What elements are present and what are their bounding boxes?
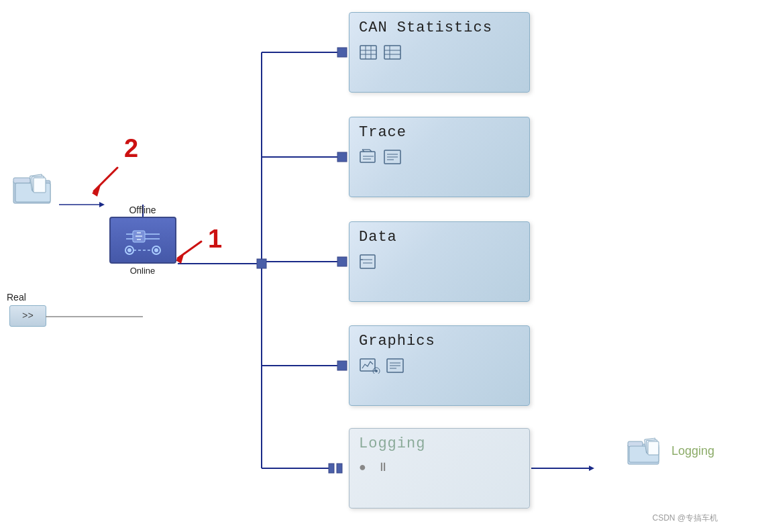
svg-line-21 [94,168,117,191]
module-can-statistics[interactable]: CAN Statistics [349,12,530,93]
offline-label: Offline [129,205,156,215]
svg-marker-18 [589,466,594,471]
module-title-can-statistics: CAN Statistics [359,19,520,36]
module-logging[interactable]: Logging ● ⏸ [349,428,530,509]
module-icons-can-statistics [359,44,520,60]
svg-rect-41 [360,46,376,59]
svg-rect-60 [360,255,375,268]
folder-icon [12,171,56,205]
svg-rect-50 [360,152,375,162]
module-title-logging: Logging [359,435,520,452]
svg-rect-64 [360,359,375,371]
online-label: Online [130,266,156,276]
module-icons-trace [359,149,520,165]
svg-rect-10 [337,257,347,266]
svg-rect-13 [337,464,342,473]
module-graphics[interactable]: Graphics [349,325,530,406]
real-label: Real [7,292,26,303]
svg-line-19 [178,242,201,258]
svg-point-30 [127,248,131,252]
svg-point-66 [375,370,378,372]
module-title-graphics: Graphics [359,333,520,350]
annotation-1: 1 [208,225,222,254]
module-trace[interactable]: Trace [349,117,530,197]
svg-rect-7 [337,48,347,57]
module-title-trace: Trace [359,124,520,141]
svg-rect-28 [34,178,46,193]
svg-rect-9 [257,259,266,268]
offline-online-block[interactable]: Offline Online [104,205,181,276]
svg-rect-76 [648,441,659,455]
switch-box[interactable] [109,217,176,264]
svg-rect-8 [337,152,347,162]
svg-rect-24 [13,178,30,183]
annotation-2: 2 [124,134,138,163]
module-icons-data [359,254,520,270]
logging-right-label: Logging [671,444,714,458]
module-title-data: Data [359,229,520,246]
svg-rect-11 [337,361,347,370]
svg-rect-12 [329,464,334,473]
module-icons-logging: ● ⏸ [359,460,520,474]
svg-rect-46 [384,46,400,59]
svg-marker-22 [92,185,101,197]
svg-point-32 [154,248,158,252]
module-data[interactable]: Data [349,221,530,302]
module-icons-graphics [359,358,520,374]
watermark: CSDN @专搞车机 [652,513,718,524]
forward-button[interactable]: >> [9,305,46,327]
logging-folder-area: Logging [627,436,714,466]
